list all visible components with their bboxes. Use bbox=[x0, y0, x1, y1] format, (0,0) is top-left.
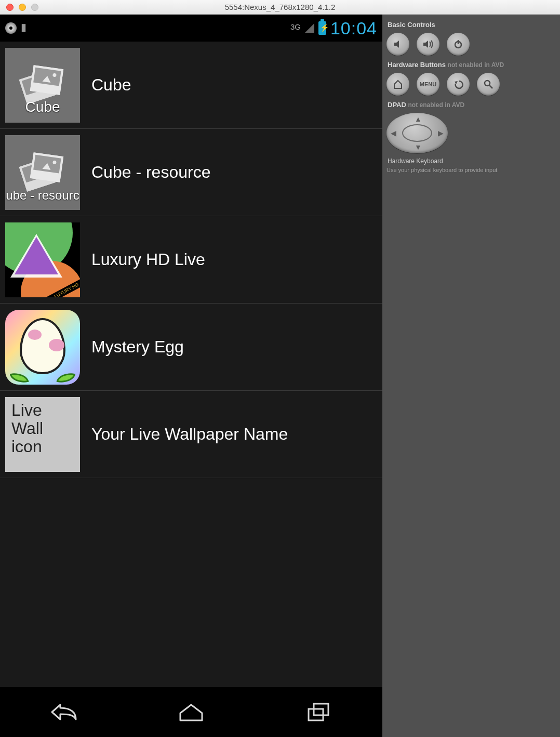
home-icon bbox=[176, 702, 206, 722]
hw-search-button[interactable] bbox=[477, 73, 500, 96]
volume-up-icon bbox=[422, 39, 434, 49]
section-note: not enabled in AVD bbox=[448, 61, 504, 69]
item-title: Mystery Egg bbox=[91, 337, 184, 357]
item-title: Cube - resource bbox=[91, 163, 210, 182]
svg-line-5 bbox=[489, 85, 492, 88]
status-left: ▮ bbox=[5, 22, 26, 34]
search-icon bbox=[483, 79, 494, 89]
home-button[interactable] bbox=[163, 696, 220, 728]
minimize-window-button[interactable] bbox=[19, 4, 26, 11]
home-icon bbox=[393, 79, 403, 89]
item-title: Your Live Wallpaper Name bbox=[91, 425, 288, 444]
power-icon bbox=[454, 40, 463, 49]
list-item[interactable]: LiveWallicon Your Live Wallpaper Name bbox=[0, 391, 382, 478]
notification-icon bbox=[5, 22, 17, 34]
back-button[interactable] bbox=[35, 696, 92, 728]
dpad-up-button[interactable]: ▲ bbox=[415, 115, 422, 123]
volume-up-button[interactable] bbox=[417, 33, 439, 56]
nav-bar bbox=[0, 687, 382, 737]
clock: 10:04 bbox=[330, 18, 377, 38]
hw-home-button[interactable] bbox=[386, 73, 409, 96]
keyboard-note: Use your physical keyboard to provide in… bbox=[386, 167, 556, 173]
back-icon bbox=[49, 702, 79, 722]
window-title: 5554:Nexus_4_768x1280_4.1.2 bbox=[0, 3, 560, 11]
wallpaper-thumbnail: Cube bbox=[5, 48, 80, 123]
notification-indicator-icon: ▮ bbox=[21, 21, 26, 33]
hw-menu-button[interactable]: MENU bbox=[417, 73, 439, 96]
thumbnail-label: Cube bbox=[5, 99, 80, 115]
section-title: DPAD not enabled in AVD bbox=[388, 101, 556, 109]
thumbnail-label: LiveWallicon bbox=[5, 397, 49, 460]
image-stack-icon bbox=[24, 67, 61, 103]
mac-titlebar: 5554:Nexus_4_768x1280_4.1.2 bbox=[0, 0, 560, 15]
svg-point-4 bbox=[485, 81, 490, 86]
list-item[interactable]: LUXURY HD Luxury HD Live bbox=[0, 216, 382, 304]
wallpaper-thumbnail: ube - resourc bbox=[5, 135, 80, 210]
list-item[interactable]: Mystery Egg bbox=[0, 304, 382, 391]
dpad-center-button[interactable] bbox=[402, 124, 432, 142]
list-item[interactable]: ube - resourc Cube - resource bbox=[0, 129, 382, 216]
signal-icon bbox=[305, 23, 314, 33]
zoom-window-button[interactable] bbox=[31, 4, 38, 11]
wallpaper-thumbnail bbox=[5, 310, 80, 385]
volume-down-button[interactable] bbox=[386, 33, 409, 56]
emulator-side-panel: Basic Controls Hardware Buttons not enab… bbox=[382, 15, 560, 737]
thumbnail-label: ube - resourc bbox=[5, 188, 80, 203]
list-item[interactable]: Cube Cube bbox=[0, 42, 382, 129]
image-stack-icon bbox=[24, 154, 61, 191]
wallpaper-thumbnail: LUXURY HD bbox=[5, 222, 80, 297]
hw-back-button[interactable] bbox=[447, 73, 470, 96]
section-note: not enabled in AVD bbox=[408, 101, 465, 109]
recents-icon bbox=[305, 702, 331, 722]
item-title: Cube bbox=[91, 75, 131, 95]
wallpaper-thumbnail: LiveWallicon bbox=[5, 397, 80, 472]
power-button[interactable] bbox=[447, 33, 470, 56]
dpad-down-button[interactable]: ▼ bbox=[415, 143, 422, 151]
section-title: Hardware Keyboard bbox=[388, 157, 556, 165]
dpad-left-button[interactable]: ◀ bbox=[391, 129, 396, 137]
wallpaper-list[interactable]: Cube Cube ube - resourc Cube - resource bbox=[0, 42, 382, 687]
network-type: 3G bbox=[290, 22, 301, 31]
recents-button[interactable] bbox=[290, 696, 347, 728]
section-title: Basic Controls bbox=[388, 21, 556, 29]
dpad-right-button[interactable]: ▶ bbox=[438, 129, 444, 137]
charging-icon: ⚡ bbox=[320, 23, 329, 32]
item-title: Luxury HD Live bbox=[91, 250, 205, 269]
device-screen: ▮ 3G ⚡ 10:04 Cube Cube bbox=[0, 15, 382, 737]
close-window-button[interactable] bbox=[6, 4, 14, 11]
section-title: Hardware Buttons not enabled in AVD bbox=[388, 61, 556, 69]
emulator-body: ▮ 3G ⚡ 10:04 Cube Cube bbox=[0, 15, 560, 737]
status-right: 3G ⚡ 10:04 bbox=[290, 18, 377, 38]
dpad-control[interactable]: ▲ ▼ ◀ ▶ bbox=[386, 113, 448, 153]
back-arrow-icon bbox=[453, 79, 463, 89]
volume-down-icon bbox=[393, 39, 403, 49]
battery-icon: ⚡ bbox=[318, 21, 326, 35]
android-status-bar[interactable]: ▮ 3G ⚡ 10:04 bbox=[0, 15, 382, 42]
window-controls bbox=[6, 4, 38, 11]
